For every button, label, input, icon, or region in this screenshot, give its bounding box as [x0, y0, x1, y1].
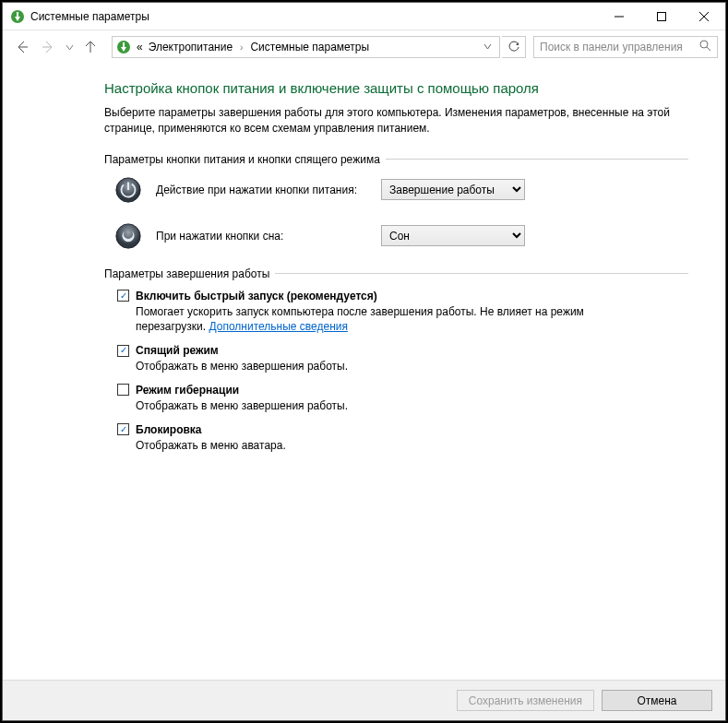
window: Системные параметры: [2, 2, 726, 721]
power-button-label: Действие при нажатии кнопки питания:: [156, 184, 368, 196]
maximize-button[interactable]: [640, 3, 683, 30]
svg-line-10: [707, 47, 710, 51]
svg-point-9: [700, 41, 708, 48]
sleep-button-action-select[interactable]: Сон: [381, 225, 525, 246]
power-plan-icon: [116, 40, 131, 54]
window-title: Системные параметры: [30, 10, 149, 23]
address-bar[interactable]: « Электропитание › Системные параметры: [112, 36, 500, 58]
nav-up-button[interactable]: [78, 35, 102, 59]
titlebar: Системные параметры: [3, 3, 725, 30]
shutdown-option: ✓БлокировкаОтображать в меню аватара.: [117, 423, 688, 454]
checkbox-label: Режим гибернации: [136, 384, 239, 397]
close-button[interactable]: [683, 3, 725, 30]
checkbox-description: Отображать в меню завершения работы.: [136, 398, 652, 414]
nav-back-button[interactable]: [10, 35, 34, 59]
learn-more-link[interactable]: Дополнительные сведения: [209, 320, 347, 333]
svg-rect-2: [658, 12, 666, 20]
power-button-action-row: Действие при нажатии кнопки питания: Зав…: [113, 175, 688, 205]
checkbox-label: Включить быстрый запуск (рекомендуется): [136, 290, 377, 302]
page-heading: Настройка кнопок питания и включение защ…: [104, 80, 688, 96]
breadcrumb-item-system-params[interactable]: Системные параметры: [250, 41, 369, 53]
shutdown-option: Режим гибернацииОтображать в меню заверш…: [117, 384, 688, 414]
checkbox[interactable]: ✓: [117, 345, 129, 357]
minimize-button[interactable]: [598, 3, 640, 30]
content-area: Настройка кнопок питания и включение защ…: [3, 64, 725, 680]
search-icon[interactable]: [699, 40, 711, 54]
svg-point-14: [116, 223, 140, 247]
search-input[interactable]: [540, 41, 694, 53]
cancel-button[interactable]: Отмена: [602, 690, 712, 711]
window-controls: [598, 3, 725, 30]
search-box[interactable]: [533, 36, 718, 58]
group-power-buttons-title: Параметры кнопки питания и кнопки спящег…: [104, 153, 688, 166]
checkbox-description: Помогает ускорить запуск компьютера посл…: [136, 304, 652, 336]
checkbox[interactable]: ✓: [117, 290, 129, 302]
checkbox-label: Спящий режим: [136, 344, 219, 357]
sleep-button-label: При нажатии кнопки сна:: [156, 230, 368, 243]
sleep-button-action-row: При нажатии кнопки сна: Сон: [113, 221, 688, 251]
checkbox[interactable]: [117, 384, 129, 396]
power-button-action-select[interactable]: Завершение работы: [381, 179, 525, 200]
chevron-right-icon[interactable]: ›: [238, 42, 245, 53]
recent-locations-button[interactable]: [62, 35, 77, 59]
shutdown-options-list: ✓Включить быстрый запуск (рекомендуется)…: [104, 290, 688, 454]
intro-text: Выберите параметры завершения работы для…: [104, 105, 676, 136]
breadcrumb-item-power[interactable]: Электропитание: [149, 41, 233, 53]
footer: Сохранить изменения Отмена: [3, 680, 725, 720]
group-power-buttons-title-text: Параметры кнопки питания и кнопки спящег…: [104, 153, 380, 166]
power-icon: [113, 175, 143, 205]
checkbox-description: Отображать в меню аватара.: [136, 438, 652, 454]
group-shutdown-title: Параметры завершения работы: [104, 267, 688, 280]
checkbox-label: Блокировка: [136, 423, 202, 436]
shutdown-option: ✓Включить быстрый запуск (рекомендуется)…: [117, 290, 688, 336]
save-button[interactable]: Сохранить изменения: [457, 690, 594, 711]
checkbox-description: Отображать в меню завершения работы.: [136, 359, 652, 374]
breadcrumb-prefix: «: [137, 41, 143, 53]
group-shutdown-title-text: Параметры завершения работы: [104, 267, 269, 280]
navbar: « Электропитание › Системные параметры: [3, 30, 725, 64]
sleep-icon: [113, 221, 143, 251]
shutdown-option: ✓Спящий режимОтображать в меню завершени…: [117, 344, 688, 374]
checkbox[interactable]: ✓: [117, 423, 129, 435]
nav-forward-button[interactable]: [36, 35, 60, 59]
power-plan-icon: [10, 9, 25, 24]
refresh-button[interactable]: [502, 36, 526, 58]
address-dropdown-button[interactable]: [478, 42, 497, 53]
